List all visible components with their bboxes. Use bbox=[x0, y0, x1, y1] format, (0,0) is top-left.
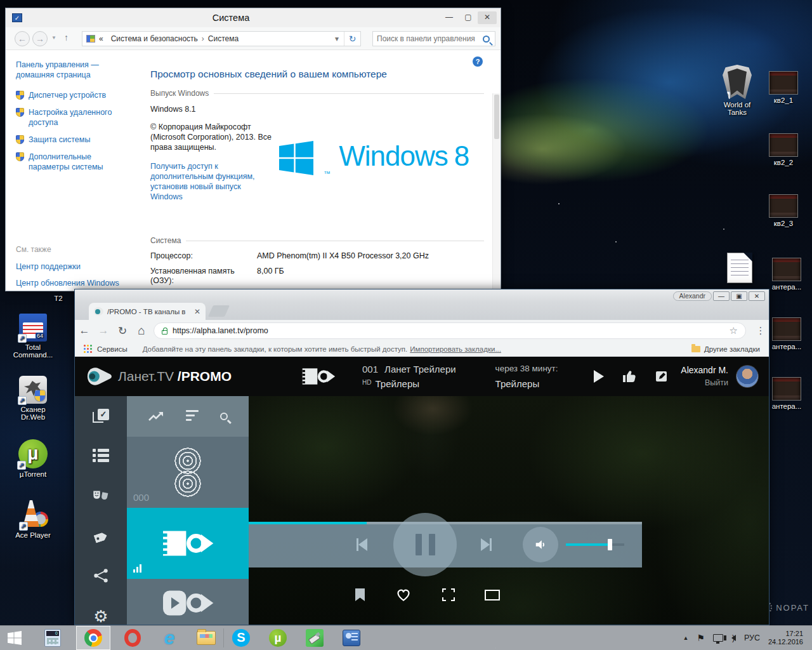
close-button[interactable]: ✕ bbox=[749, 291, 765, 301]
desktop-icon-text-document[interactable] bbox=[716, 253, 764, 285]
taskbar-chrome-active[interactable] bbox=[76, 626, 110, 650]
video-player[interactable] bbox=[249, 396, 769, 625]
playlist-check-icon[interactable]: ✓ bbox=[93, 409, 109, 424]
desktop-icon-total-commander[interactable]: ➚ TotalCommand... bbox=[9, 314, 57, 359]
forward-button[interactable]: → bbox=[94, 324, 113, 337]
maximize-button[interactable]: ▢ bbox=[459, 11, 478, 24]
search-icon[interactable] bbox=[483, 36, 490, 43]
reload-button[interactable]: ↻ bbox=[113, 324, 132, 338]
sidebar-link-device-manager[interactable]: Диспетчер устройств bbox=[16, 90, 130, 100]
control-panel-search[interactable] bbox=[372, 31, 495, 46]
desktop-icon-kv2-3[interactable]: кв2_3 bbox=[760, 194, 807, 227]
clock[interactable]: 17:21 24.12.2016 bbox=[768, 630, 806, 646]
browser-titlebar[interactable] bbox=[75, 289, 769, 302]
taskbar-calculator[interactable] bbox=[38, 626, 67, 650]
other-bookmarks-button[interactable]: Другие закладки bbox=[691, 345, 769, 353]
share-icon[interactable] bbox=[93, 568, 109, 583]
channel-tile-lanet-active[interactable] bbox=[127, 508, 249, 579]
bookmark-star-icon[interactable]: ☆ bbox=[730, 325, 738, 336]
thumbs-up-icon[interactable] bbox=[622, 369, 637, 384]
desktop-icon-ace-player[interactable]: ➚ Ace Player bbox=[9, 500, 57, 539]
channel-list-icon[interactable] bbox=[93, 449, 109, 464]
desktop-icon-drweb-scanner[interactable]: ➚ СканерDr.Web bbox=[9, 376, 57, 421]
user-menu[interactable]: Alexandr M. Выйти bbox=[681, 366, 728, 387]
volume-icon[interactable] bbox=[731, 635, 736, 641]
url-text[interactable]: https://alpha.lanet.tv/promo bbox=[173, 326, 724, 335]
system-window-titlebar[interactable]: Система — ▢ ✕ bbox=[6, 8, 501, 27]
sort-icon[interactable] bbox=[186, 410, 199, 423]
channel-tile-000[interactable]: 000 bbox=[127, 437, 249, 508]
desktop-icon-utorrent[interactable]: µ➚ µTorrent bbox=[9, 439, 57, 478]
refresh-button[interactable]: ↻ bbox=[344, 32, 360, 46]
previous-button[interactable] bbox=[357, 538, 367, 551]
taskbar-system-app[interactable] bbox=[337, 626, 366, 650]
language-indicator[interactable]: РУС bbox=[744, 633, 760, 642]
desktop-icon-antenna-2[interactable]: антера... bbox=[764, 317, 809, 350]
favorite-heart-icon[interactable] bbox=[395, 587, 412, 603]
breadcrumb-overflow-chevron[interactable]: « bbox=[99, 34, 103, 43]
genres-masks-icon[interactable] bbox=[93, 489, 109, 504]
bookmark-services[interactable]: Сервисы bbox=[97, 345, 128, 353]
link-support-center[interactable]: Центр поддержки bbox=[16, 262, 119, 272]
taskbar-usb-app[interactable] bbox=[300, 626, 329, 650]
search-input[interactable] bbox=[373, 34, 483, 43]
user-avatar[interactable] bbox=[736, 365, 759, 388]
desktop-icon-antenna-3[interactable]: антера... bbox=[764, 377, 809, 410]
breadcrumb-item-system[interactable]: Система bbox=[208, 34, 239, 43]
logout-link[interactable]: Выйти bbox=[681, 379, 728, 387]
start-button[interactable] bbox=[0, 626, 29, 650]
back-button[interactable]: ← bbox=[75, 324, 94, 337]
fullscreen-icon[interactable] bbox=[442, 588, 455, 601]
taskbar-file-explorer[interactable] bbox=[192, 626, 221, 650]
search-channels-icon[interactable] bbox=[220, 413, 228, 420]
sidebar-link-remote-access[interactable]: Настройка удаленного доступа bbox=[16, 107, 130, 128]
pause-button[interactable] bbox=[393, 513, 457, 576]
import-bookmarks-link[interactable]: Импортировать закладки... bbox=[410, 345, 501, 353]
settings-gear-icon[interactable]: ⚙ bbox=[93, 608, 108, 625]
desktop-icon-world-of-tanks[interactable]: ➚ World ofTanks bbox=[713, 65, 761, 116]
secure-lock-icon[interactable] bbox=[162, 330, 167, 335]
desktop-icon-kv2-1[interactable]: кв2_1 bbox=[760, 71, 807, 104]
profile-button[interactable]: Alexandr bbox=[673, 291, 712, 301]
taskbar-skype[interactable]: S bbox=[226, 626, 256, 650]
get-more-features-link[interactable]: Получить доступ к дополнительным функция… bbox=[150, 161, 259, 202]
network-icon[interactable] bbox=[713, 634, 723, 642]
minimize-button[interactable]: — bbox=[440, 11, 459, 24]
restore-button[interactable]: ▣ bbox=[731, 291, 747, 301]
new-tab-button[interactable] bbox=[208, 305, 230, 317]
feedback-edit-icon[interactable] bbox=[655, 369, 669, 383]
address-bar[interactable]: https://alpha.lanet.tv/promo ☆ bbox=[154, 322, 746, 339]
trending-icon[interactable] bbox=[148, 410, 164, 423]
taskbar-utorrent[interactable]: µ bbox=[263, 626, 292, 650]
desktop-icon-t2[interactable]: Т2 bbox=[39, 295, 77, 302]
now-playing-info[interactable]: 001Ланет Трейлери HDТрейлеры bbox=[362, 364, 456, 388]
tags-icon[interactable] bbox=[93, 529, 109, 544]
help-icon[interactable]: ? bbox=[473, 56, 483, 67]
taskbar-internet-explorer[interactable]: e bbox=[155, 626, 184, 650]
signal-quality-icon[interactable] bbox=[133, 564, 141, 573]
sidebar-link-system-protection[interactable]: Защита системы bbox=[16, 135, 130, 145]
up-button[interactable]: ↑ bbox=[64, 32, 69, 43]
lanet-brand-title[interactable]: Ланет.TV /PROMO bbox=[118, 369, 232, 384]
theater-mode-icon[interactable] bbox=[485, 590, 500, 600]
volume-button[interactable] bbox=[523, 527, 558, 562]
minimize-button[interactable]: — bbox=[713, 291, 730, 301]
browser-menu-icon[interactable]: ⋮ bbox=[752, 325, 769, 336]
breadcrumb[interactable]: « Система и безопасность › Система ▾↻ bbox=[82, 31, 361, 46]
desktop-icon-kv2-2[interactable]: кв2_2 bbox=[760, 133, 807, 166]
sidebar-link-home[interactable]: Панель управления — домашняя страница bbox=[16, 60, 127, 80]
close-button[interactable]: ✕ bbox=[478, 11, 497, 24]
channel-tile-next[interactable] bbox=[127, 579, 249, 625]
tab-lanet-promo[interactable]: /PROMO - ТВ каналы в ✕ bbox=[89, 303, 206, 320]
play-next-icon[interactable] bbox=[594, 370, 604, 383]
volume-slider[interactable] bbox=[566, 543, 624, 546]
sidebar-link-advanced-settings[interactable]: Дополнительные параметры системы bbox=[16, 152, 130, 172]
bookmark-icon[interactable] bbox=[355, 588, 365, 601]
show-hidden-icons[interactable]: ▲ bbox=[683, 635, 688, 641]
volume-handle[interactable] bbox=[608, 539, 612, 550]
forward-button[interactable]: → bbox=[32, 31, 48, 46]
history-dropdown-icon[interactable]: ▼ bbox=[51, 35, 56, 41]
address-dropdown-icon[interactable]: ▾ bbox=[330, 34, 344, 43]
link-windows-update[interactable]: Центр обновления Windows bbox=[16, 278, 119, 288]
scrollbar-thumb[interactable] bbox=[494, 95, 499, 139]
